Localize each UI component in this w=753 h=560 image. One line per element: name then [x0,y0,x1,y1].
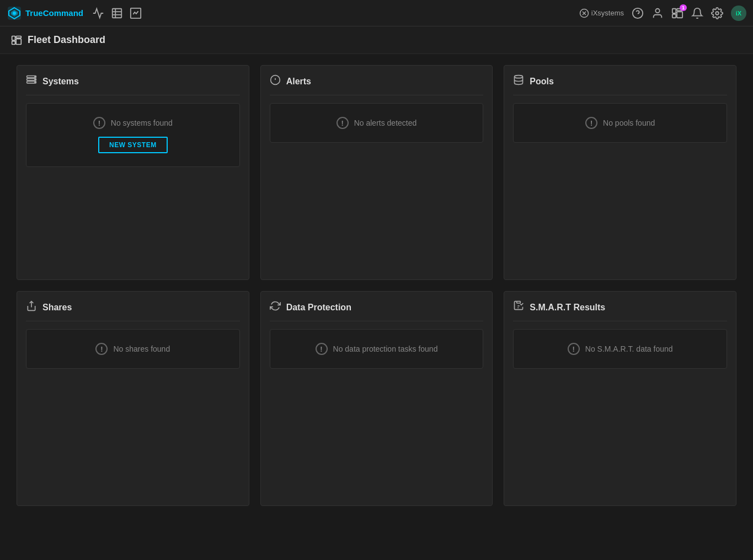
settings-icon[interactable] [711,7,723,19]
dashboard-icon[interactable]: 1 [671,7,683,19]
data-protection-empty-message: No data protection tasks found [333,344,438,353]
svg-rect-4 [113,8,122,18]
ixsystems-text: iXsystems [591,9,624,17]
topbar-nav [92,7,142,19]
svg-rect-22 [16,36,21,37]
systems-icon [26,74,37,88]
bell-icon[interactable] [691,7,703,19]
alerts-empty-message: No alerts detected [354,119,417,127]
alerts-card: Alerts ! No alerts detected [260,65,493,280]
data-protection-icon [270,300,281,314]
shares-warning-icon: ! [95,343,108,355]
svg-point-14 [655,8,659,12]
pools-empty-row: ! No pools found [585,117,655,129]
svg-rect-35 [517,301,521,303]
svg-point-27 [35,76,36,77]
pools-card-header: Pools [513,74,727,95]
main-content: Systems ! No systems found NEW SYSTEM [0,54,753,517]
ixsystems-icon [579,8,589,18]
data-protection-empty-row: ! No data protection tasks found [316,343,438,355]
svg-rect-16 [672,14,676,17]
systems-empty-box: ! No systems found NEW SYSTEM [26,103,240,167]
alerts-warning-icon: ! [337,117,349,129]
profile-icon[interactable] [651,7,664,19]
alerts-empty-box: ! No alerts detected [270,103,484,143]
systems-empty-row: ! No systems found [93,117,173,129]
shares-card-header: Shares [26,300,240,321]
heartbeat-nav-icon[interactable] [92,7,104,19]
svg-rect-15 [672,8,676,13]
systems-card-title: Systems [42,77,79,87]
page-title: Fleet Dashboard [28,34,105,46]
pools-warning-icon: ! [585,117,597,129]
avatar-letters: iX [736,10,741,17]
systems-warning-icon: ! [93,117,105,129]
smart-card-header: S.M.A.R.T Results [513,300,727,321]
table-nav-icon[interactable] [111,7,123,19]
smart-warning-icon: ! [568,343,580,355]
systems-card: Systems ! No systems found NEW SYSTEM [17,65,249,280]
svg-rect-20 [12,36,15,40]
svg-rect-23 [16,39,21,44]
svg-point-3 [13,12,16,15]
systems-empty-message: No systems found [111,119,173,127]
alerts-icon [270,74,281,88]
logo[interactable]: TrueCommand [7,6,83,21]
smart-empty-row: ! No S.M.A.R.T. data found [568,343,673,355]
dashboard-grid: Systems ! No systems found NEW SYSTEM [17,65,736,506]
pools-icon [513,74,524,88]
alerts-card-title: Alerts [286,77,311,87]
smart-icon [513,300,524,314]
alerts-card-header: Alerts [270,74,484,95]
help-icon[interactable] [632,7,644,19]
avatar[interactable]: iX [731,6,746,21]
svg-point-28 [35,79,36,80]
new-system-button[interactable]: NEW SYSTEM [98,137,168,153]
smart-empty-box: ! No S.M.A.R.T. data found [513,329,727,369]
alerts-empty-row: ! No alerts detected [337,117,417,129]
smart-card-title: S.M.A.R.T Results [530,303,605,313]
pools-empty-message: No pools found [603,119,655,127]
chart-nav-icon[interactable] [130,7,142,19]
data-protection-card: Data Protection ! No data protection tas… [260,291,493,506]
data-protection-empty-box: ! No data protection tasks found [270,329,484,369]
svg-rect-18 [677,12,682,18]
svg-rect-21 [12,41,15,44]
shares-card-title: Shares [42,303,72,313]
pools-empty-box: ! No pools found [513,103,727,143]
svg-point-19 [715,12,719,15]
shares-empty-box: ! No shares found [26,329,240,369]
data-protection-card-header: Data Protection [270,300,484,321]
pools-card: Pools ! No pools found [504,65,736,280]
systems-card-header: Systems [26,74,240,95]
smart-empty-message: No S.M.A.R.T. data found [585,344,673,353]
shares-empty-row: ! No shares found [95,343,170,355]
shares-icon [26,300,37,314]
shares-card: Shares ! No shares found [17,291,249,506]
svg-point-29 [35,82,36,83]
ixsystems-label: iXsystems [579,8,624,18]
smart-card: S.M.A.R.T Results ! No S.M.A.R.T. data f… [504,291,736,506]
svg-point-33 [515,76,523,78]
shares-empty-message: No shares found [113,344,170,353]
data-protection-warning-icon: ! [316,343,328,355]
topbar: TrueCommand [0,0,753,26]
topbar-right: iXsystems 1 [579,6,746,21]
page-header: Fleet Dashboard [0,26,753,54]
logo-text: TrueCommand [25,8,83,18]
fleet-dashboard-icon [11,35,22,46]
dashboard-badge: 1 [680,4,687,11]
pools-card-title: Pools [530,77,554,87]
truecommand-logo-icon [7,6,22,21]
data-protection-card-title: Data Protection [286,303,351,313]
topbar-left: TrueCommand [7,6,142,21]
